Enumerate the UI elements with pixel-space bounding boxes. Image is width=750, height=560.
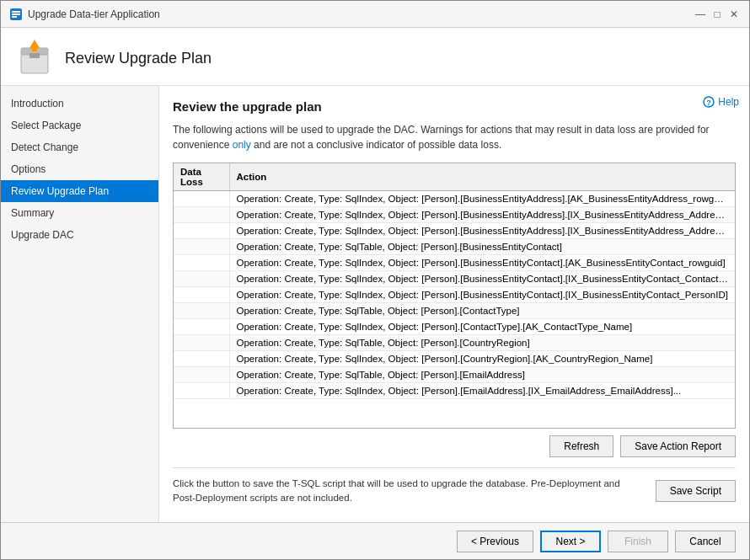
action-table: Data Loss Action Operation: Create, Type… bbox=[174, 163, 735, 399]
col-action: Action bbox=[229, 163, 735, 191]
table-row: Operation: Create, Type: SqlIndex, Objec… bbox=[174, 271, 735, 287]
cancel-button[interactable]: Cancel bbox=[675, 531, 736, 552]
header-icon bbox=[14, 38, 55, 78]
cell-data-loss bbox=[174, 319, 229, 335]
sidebar-item-summary[interactable]: Summary bbox=[1, 202, 158, 224]
sidebar-item-introduction[interactable]: Introduction bbox=[1, 93, 158, 115]
main-container: Introduction Select Package Detect Chang… bbox=[1, 86, 749, 522]
svg-rect-8 bbox=[32, 45, 37, 51]
sidebar-item-select-package[interactable]: Select Package bbox=[1, 115, 158, 136]
finish-button[interactable]: Finish bbox=[608, 531, 668, 552]
action-table-container[interactable]: Data Loss Action Operation: Create, Type… bbox=[173, 163, 736, 429]
sidebar-item-options[interactable]: Options bbox=[1, 158, 158, 180]
content-area: ? Help Review the upgrade plan The follo… bbox=[159, 86, 749, 522]
table-row: Operation: Create, Type: SqlIndex, Objec… bbox=[174, 351, 735, 367]
cell-action: Operation: Create, Type: SqlIndex, Objec… bbox=[229, 319, 735, 335]
table-row: Operation: Create, Type: SqlIndex, Objec… bbox=[174, 191, 735, 207]
svg-rect-1 bbox=[12, 11, 20, 13]
save-script-area: Click the button to save the T-SQL scrip… bbox=[173, 467, 736, 506]
table-row: Operation: Create, Type: SqlIndex, Objec… bbox=[174, 255, 735, 271]
cell-data-loss bbox=[174, 223, 229, 239]
content-page-title: Review the upgrade plan bbox=[173, 99, 736, 114]
minimize-button[interactable]: — bbox=[694, 8, 707, 21]
cell-action: Operation: Create, Type: SqlIndex, Objec… bbox=[229, 383, 735, 399]
cell-data-loss bbox=[174, 287, 229, 303]
page-title: Review Upgrade Plan bbox=[65, 50, 212, 67]
cell-data-loss bbox=[174, 303, 229, 319]
svg-rect-6 bbox=[29, 53, 40, 58]
save-script-button[interactable]: Save Script bbox=[656, 480, 736, 502]
table-row: Operation: Create, Type: SqlTable, Objec… bbox=[174, 367, 735, 383]
cell-data-loss bbox=[174, 367, 229, 383]
table-row: Operation: Create, Type: SqlIndex, Objec… bbox=[174, 383, 735, 399]
sidebar: Introduction Select Package Detect Chang… bbox=[1, 86, 159, 522]
cell-action: Operation: Create, Type: SqlIndex, Objec… bbox=[229, 223, 735, 239]
cell-action: Operation: Create, Type: SqlTable, Objec… bbox=[229, 303, 735, 319]
sidebar-item-upgrade-dac[interactable]: Upgrade DAC bbox=[1, 224, 158, 246]
maximize-button[interactable]: □ bbox=[710, 8, 724, 21]
table-row: Operation: Create, Type: SqlIndex, Objec… bbox=[174, 207, 735, 223]
table-row: Operation: Create, Type: SqlTable, Objec… bbox=[174, 303, 735, 319]
cell-action: Operation: Create, Type: SqlIndex, Objec… bbox=[229, 255, 735, 271]
close-button[interactable]: ✕ bbox=[727, 8, 741, 21]
cell-data-loss bbox=[174, 351, 229, 367]
svg-rect-3 bbox=[12, 16, 17, 18]
app-icon bbox=[9, 8, 23, 21]
table-row: Operation: Create, Type: SqlIndex, Objec… bbox=[174, 287, 735, 303]
help-icon: ? bbox=[703, 96, 715, 108]
table-row: Operation: Create, Type: SqlIndex, Objec… bbox=[174, 319, 735, 335]
footer: < Previous Next > Finish Cancel bbox=[1, 522, 749, 559]
sidebar-item-detect-change[interactable]: Detect Change bbox=[1, 136, 158, 158]
svg-text:?: ? bbox=[707, 99, 712, 107]
cell-action: Operation: Create, Type: SqlIndex, Objec… bbox=[229, 191, 735, 207]
cell-data-loss bbox=[174, 255, 229, 271]
cell-action: Operation: Create, Type: SqlIndex, Objec… bbox=[229, 271, 735, 287]
cell-action: Operation: Create, Type: SqlTable, Objec… bbox=[229, 367, 735, 383]
table-row: Operation: Create, Type: SqlTable, Objec… bbox=[174, 335, 735, 351]
cell-data-loss bbox=[174, 335, 229, 351]
cell-action: Operation: Create, Type: SqlIndex, Objec… bbox=[229, 351, 735, 367]
content-description: The following actions will be used to up… bbox=[173, 122, 736, 152]
title-bar: Upgrade Data-tier Application — □ ✕ bbox=[1, 1, 749, 28]
header-section: Review Upgrade Plan bbox=[1, 28, 749, 86]
save-script-description: Click the button to save the T-SQL scrip… bbox=[173, 477, 620, 506]
cell-data-loss bbox=[174, 207, 229, 223]
previous-button[interactable]: < Previous bbox=[457, 531, 533, 552]
refresh-button[interactable]: Refresh bbox=[549, 435, 613, 457]
cell-action: Operation: Create, Type: SqlIndex, Objec… bbox=[229, 207, 735, 223]
help-link[interactable]: ? Help bbox=[703, 96, 739, 108]
title-bar-controls: — □ ✕ bbox=[694, 8, 741, 21]
table-row: Operation: Create, Type: SqlTable, Objec… bbox=[174, 239, 735, 255]
save-action-report-button[interactable]: Save Action Report bbox=[620, 435, 736, 457]
cell-data-loss bbox=[174, 271, 229, 287]
next-button[interactable]: Next > bbox=[540, 531, 601, 552]
svg-rect-2 bbox=[12, 13, 20, 15]
sidebar-item-review-upgrade-plan[interactable]: Review Upgrade Plan bbox=[1, 180, 158, 202]
cell-data-loss bbox=[174, 383, 229, 399]
col-data-loss: Data Loss bbox=[174, 163, 229, 191]
cell-data-loss bbox=[174, 191, 229, 207]
table-row: Operation: Create, Type: SqlIndex, Objec… bbox=[174, 223, 735, 239]
title-bar-text: Upgrade Data-tier Application bbox=[28, 8, 694, 20]
cell-action: Operation: Create, Type: SqlTable, Objec… bbox=[229, 335, 735, 351]
cell-data-loss bbox=[174, 239, 229, 255]
cell-action: Operation: Create, Type: SqlTable, Objec… bbox=[229, 239, 735, 255]
cell-action: Operation: Create, Type: SqlIndex, Objec… bbox=[229, 287, 735, 303]
action-buttons-row: Refresh Save Action Report bbox=[173, 435, 736, 457]
